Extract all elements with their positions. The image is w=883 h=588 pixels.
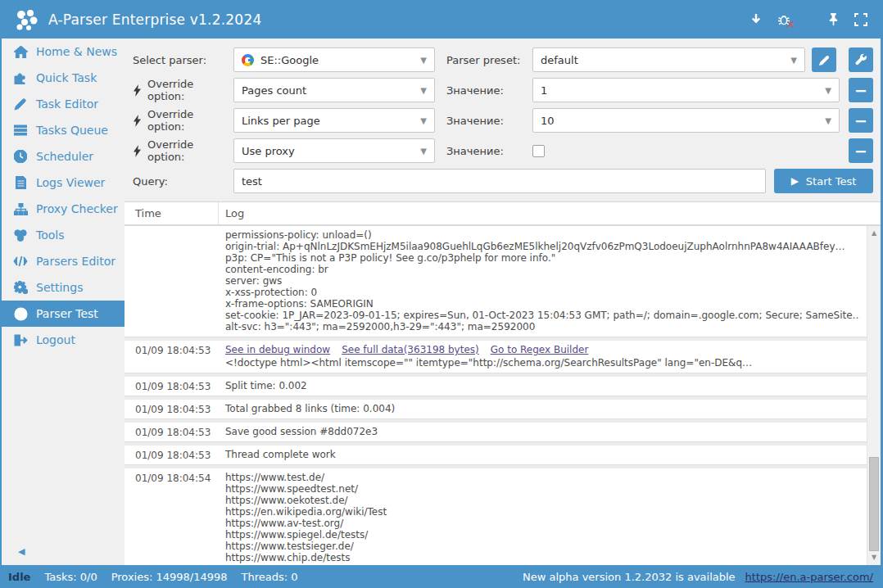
remove-override-button[interactable]: − [849, 108, 873, 133]
log-time: 01/09 18:04:53 [125, 446, 219, 464]
sidebar-item-task-editor[interactable]: Task Editor [2, 91, 125, 117]
bolt-icon [133, 145, 142, 157]
sidebar-item-label: Tools [36, 228, 65, 242]
sidebar-item-parser-test[interactable]: Parser Test [2, 301, 125, 327]
log-message: Save good session #8dd072e3 [219, 423, 867, 441]
log-link[interactable]: See full data(363198 bytes) [342, 344, 479, 355]
query-label: Query: [133, 175, 233, 188]
log-time: 01/09 18:04:53 [125, 423, 219, 441]
query-input[interactable] [233, 169, 766, 193]
chevron-down-icon: ▼ [420, 147, 427, 156]
log-message: Total grabbed 8 links (time: 0.004) [219, 400, 867, 418]
download-icon[interactable] [747, 11, 765, 29]
sidebar-item-label: Task Editor [36, 97, 98, 111]
start-test-button[interactable]: ▶ Start Test [774, 169, 873, 193]
sidebar-item-proxy-checker[interactable]: Proxy Checker [2, 196, 125, 222]
title-bar: A-Parser Enterprise v1.2.2024 ✕ [0, 0, 883, 38]
fullscreen-icon[interactable] [852, 11, 870, 29]
bolt-icon [133, 115, 142, 127]
override-option-label: Override option: [133, 78, 233, 102]
a-parser-logo [13, 7, 39, 33]
log-row: permissions-policy: unload=()origin-tria… [125, 226, 867, 337]
sidebar-item-logs-viewer[interactable]: Logs Viewer [2, 170, 125, 196]
preset-select[interactable]: default ▼ [532, 47, 805, 72]
sidebar-collapse-arrow-icon[interactable]: ◀ [18, 546, 25, 557]
remove-override-button[interactable]: − [849, 78, 873, 102]
override-option-select[interactable]: Pages count ▼ [233, 78, 435, 102]
override-option-select[interactable]: Use proxy ▼ [233, 138, 435, 163]
remove-override-button[interactable]: − [849, 138, 873, 163]
sidebar-item-label: Proxy Checker [36, 202, 118, 215]
bug-disabled-icon[interactable]: ✕ [775, 11, 793, 29]
app-window: A-Parser Enterprise v1.2.2024 ✕ [0, 0, 883, 588]
sidebar-item-scheduler[interactable]: Scheduler [2, 143, 125, 170]
sidebar-item-label: Tasks Queue [36, 124, 108, 137]
log-time: 01/09 18:04:53 [125, 341, 219, 373]
status-tasks: Tasks: 0/0 [44, 571, 97, 583]
log-row: 01/09 18:04:53Total grabbed 8 links (tim… [125, 400, 867, 419]
list-icon [12, 124, 29, 138]
vertical-scrollbar[interactable]: ▲ ▼ [867, 226, 881, 565]
log-row: 01/09 18:04:53Thread complete work [125, 446, 867, 465]
code-icon [12, 255, 29, 269]
bug-x-mark: ✕ [786, 19, 795, 30]
log-message: https://www.test.de/https://www.speedtes… [219, 468, 867, 565]
log-table-header: Time Log [125, 201, 881, 226]
pencil-icon [12, 97, 29, 111]
update-link[interactable]: https://en.a-parser.com/ [745, 571, 873, 583]
log-message: permissions-policy: unload=()origin-tria… [219, 226, 867, 337]
log-time: 01/09 18:04:54 [125, 468, 219, 565]
app-title: A-Parser Enterprise v1.2.2024 [48, 11, 261, 28]
status-bar: Idle Tasks: 0/0 Proxies: 14998/14998 Thr… [0, 565, 883, 588]
chevron-down-icon: ▼ [420, 86, 427, 95]
sidebar-item-label: Logout [36, 333, 75, 346]
select-parser-label: Select parser: [133, 54, 233, 66]
chevron-down-icon: ▼ [825, 116, 831, 125]
sidebar-item-label: Scheduler [36, 150, 93, 163]
log-row: 01/09 18:04:53See in debug windowSee ful… [125, 341, 867, 373]
sidebar-item-quick-task[interactable]: Quick Task [2, 65, 125, 91]
column-header-time[interactable]: Time [125, 202, 219, 224]
update-notice: New alpha version 1.2.2032 is available [523, 571, 736, 583]
sidebar: Home & News Quick Task Task Editor Tasks… [2, 38, 125, 565]
status-threads: Threads: 0 [242, 571, 298, 583]
sidebar-item-parsers-editor[interactable]: Parsers Editor [2, 248, 125, 274]
target-icon [12, 307, 29, 321]
parser-settings-button[interactable] [849, 47, 873, 72]
gears-icon [12, 281, 29, 295]
log-link[interactable]: Go to Regex Builder [491, 344, 589, 355]
scroll-down-icon[interactable]: ▼ [867, 552, 881, 563]
sidebar-item-home-news[interactable]: Home & News [2, 38, 125, 65]
use-proxy-checkbox[interactable] [532, 145, 545, 157]
parser-test-form: Select parser: SE::Google ▼ Parser prese… [125, 38, 881, 201]
log-row: 01/09 18:04:53Save good session #8dd072e… [125, 423, 867, 442]
log-time: 01/09 18:04:53 [125, 377, 219, 396]
play-icon: ▶ [791, 175, 799, 187]
edit-preset-button[interactable] [812, 47, 836, 72]
sidebar-item-logout[interactable]: Logout [2, 327, 125, 353]
log-message: See in debug windowSee full data(363198 … [219, 341, 867, 373]
parser-select[interactable]: SE::Google ▼ [233, 47, 435, 72]
override-option-select[interactable]: Links per page ▼ [233, 108, 435, 133]
sidebar-item-label: Parser Test [36, 307, 98, 320]
value-label: Значение: [446, 145, 532, 157]
scroll-up-icon[interactable]: ▲ [867, 228, 881, 239]
parser-preset-label: Parser preset: [446, 54, 532, 66]
status-state: Idle [8, 571, 30, 583]
status-proxies: Proxies: 14998/14998 [111, 571, 228, 583]
override-value-select[interactable]: 10 ▼ [532, 108, 840, 133]
sidebar-item-tasks-queue[interactable]: Tasks Queue [2, 117, 125, 143]
chevron-down-icon: ▼ [420, 116, 427, 125]
puzzle-icon [12, 71, 29, 85]
override-value-select[interactable]: 1 ▼ [532, 78, 840, 102]
sidebar-item-tools[interactable]: Tools [2, 222, 125, 248]
sidebar-item-label: Home & News [36, 45, 117, 58]
column-header-log[interactable]: Log [219, 207, 244, 219]
scrollbar-thumb[interactable] [869, 457, 879, 552]
sidebar-item-settings[interactable]: Settings [2, 274, 125, 301]
sidebar-item-label: Settings [36, 281, 83, 294]
log-link[interactable]: See in debug window [225, 344, 330, 355]
chevron-down-icon: ▼ [420, 56, 427, 65]
pin-icon[interactable] [824, 11, 842, 29]
logout-icon [12, 333, 29, 347]
